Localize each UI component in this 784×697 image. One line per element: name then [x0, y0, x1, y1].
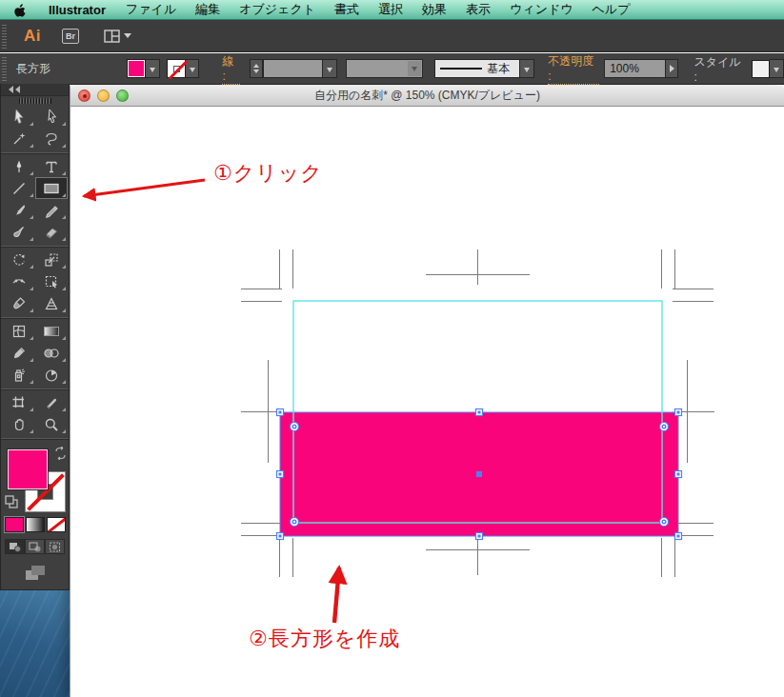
collapse-chevron-icon: [11, 86, 20, 93]
menu-help[interactable]: ヘルプ: [583, 1, 640, 18]
tool-type[interactable]: [35, 155, 68, 177]
chevron-down-icon: [408, 61, 421, 76]
zoom-tool-icon: [44, 417, 59, 432]
menu-select[interactable]: 選択: [369, 1, 412, 18]
menu-file[interactable]: ファイル: [116, 1, 186, 18]
pencil-tool-icon: [44, 203, 59, 218]
color-mode-buttons: [1, 515, 69, 535]
panel-grip[interactable]: [2, 56, 7, 81]
tool-lasso[interactable]: [35, 128, 68, 149]
magic-wand-tool-icon: [11, 131, 27, 147]
document-title-bar[interactable]: 自分用の名刺* @ 150% (CMYK/プレビュー): [70, 86, 784, 107]
gradient-button[interactable]: [26, 517, 45, 532]
rotate-tool-icon: [11, 252, 27, 268]
tool-eraser[interactable]: [35, 221, 68, 243]
document-title: 自分用の名刺* @ 150% (CMYK/プレビュー): [314, 88, 540, 104]
minimize-button[interactable]: [97, 90, 110, 102]
default-fill-stroke-icon[interactable]: [4, 494, 19, 509]
hand-tool-icon: [11, 417, 27, 432]
close-button[interactable]: [78, 90, 90, 102]
opacity-panel-link[interactable]: 不透明度 :: [548, 53, 599, 85]
variable-width-profile-field[interactable]: [346, 59, 423, 78]
brush-name: 基本: [488, 61, 511, 77]
swap-fill-stroke-icon[interactable]: [53, 447, 68, 460]
menu-view[interactable]: 表示: [456, 1, 500, 18]
draw-inside-button[interactable]: [45, 539, 65, 554]
line-segment-tool-icon: [11, 181, 27, 196]
tool-slice[interactable]: [35, 391, 68, 413]
brush-dropdown-arrow-icon[interactable]: [520, 59, 534, 78]
tools-panel-grip[interactable]: [1, 96, 69, 106]
tool-paintbrush[interactable]: [3, 199, 35, 221]
tool-perspective-grid[interactable]: [35, 292, 68, 314]
stroke-weight-field[interactable]: [263, 59, 323, 78]
illustrator-logo: Ai: [24, 27, 41, 46]
draw-behind-button[interactable]: [25, 539, 45, 554]
arrange-documents-icon: [104, 30, 120, 43]
stroke-panel-link[interactable]: 線 :: [222, 53, 239, 85]
tool-shape-builder[interactable]: [3, 292, 35, 314]
tool-symbol-sprayer[interactable]: [3, 364, 35, 386]
fill-color-swatch[interactable]: [127, 59, 146, 78]
tool-blob-brush[interactable]: [3, 221, 35, 243]
tool-gradient[interactable]: [35, 320, 68, 342]
stroke-weight-dropdown-icon[interactable]: [323, 59, 337, 78]
context-label: 長方形: [16, 61, 127, 77]
tools-panel: [0, 84, 70, 590]
stroke-color-swatch[interactable]: [167, 59, 186, 78]
eyedropper-tool-icon: [11, 346, 27, 361]
tool-zoom[interactable]: [35, 413, 68, 435]
menu-edit[interactable]: 編集: [186, 1, 230, 18]
opacity-arrow-icon[interactable]: [666, 59, 678, 78]
draw-normal-button[interactable]: [5, 539, 25, 554]
apple-menu[interactable]: [0, 2, 38, 17]
tool-rectangle[interactable]: [35, 177, 68, 199]
tool-artboard[interactable]: [3, 391, 35, 413]
pie-graph-tool-icon: [44, 368, 59, 383]
none-button[interactable]: [47, 517, 66, 532]
tool-scale[interactable]: [35, 249, 68, 270]
fill-proxy-swatch[interactable]: [7, 448, 49, 490]
bridge-button[interactable]: Br: [62, 29, 79, 44]
zoom-button[interactable]: [116, 90, 129, 102]
opacity-value-field[interactable]: 100%: [604, 59, 666, 78]
tool-magic-wand[interactable]: [3, 128, 35, 149]
menu-type[interactable]: 書式: [325, 1, 369, 18]
tool-direct-selection[interactable]: [35, 106, 68, 128]
mesh-tool-icon: [11, 324, 27, 339]
tool-hand[interactable]: [3, 413, 35, 435]
tool-blend[interactable]: [35, 342, 68, 364]
tool-rotate[interactable]: [3, 249, 35, 270]
none-slash-icon: [169, 60, 189, 80]
fill-dropdown-arrow-icon[interactable]: [146, 59, 160, 78]
tool-pencil[interactable]: [35, 199, 68, 221]
gradient-tool-icon: [43, 325, 60, 338]
panel-grip[interactable]: [2, 23, 7, 49]
tools-panel-header[interactable]: [1, 84, 69, 96]
drawing-mode-buttons: [1, 535, 69, 557]
macos-menu-bar: Illustrator ファイル 編集 オブジェクト 書式 選択 効果 表示 ウ…: [0, 0, 784, 20]
selection-tool-icon: [11, 109, 27, 125]
color-button[interactable]: [5, 517, 24, 532]
tool-graph[interactable]: [35, 364, 68, 386]
blob-brush-tool-icon: [11, 225, 27, 240]
tool-selection[interactable]: [3, 106, 35, 128]
canvas[interactable]: [70, 107, 784, 697]
arrange-documents-button[interactable]: [104, 30, 131, 43]
brush-definition-field[interactable]: 基本: [434, 59, 521, 78]
style-dropdown-arrow-icon[interactable]: [770, 59, 784, 78]
menu-object[interactable]: オブジェクト: [230, 1, 325, 18]
menu-window[interactable]: ウィンドウ: [500, 1, 583, 18]
menu-app-name[interactable]: Illustrator: [38, 3, 116, 17]
change-screen-mode-button[interactable]: [19, 562, 51, 583]
tool-eyedropper[interactable]: [3, 342, 35, 364]
stroke-weight-stepper[interactable]: [250, 59, 263, 78]
menu-effect[interactable]: 効果: [412, 1, 456, 18]
tool-mesh[interactable]: [3, 320, 35, 342]
tool-free-transform[interactable]: [35, 270, 68, 292]
tool-pen[interactable]: [3, 155, 35, 177]
rectangle-tool-icon: [43, 181, 60, 196]
tool-width[interactable]: [3, 270, 35, 292]
tool-line-segment[interactable]: [3, 177, 35, 199]
graphic-style-swatch[interactable]: [752, 60, 770, 78]
